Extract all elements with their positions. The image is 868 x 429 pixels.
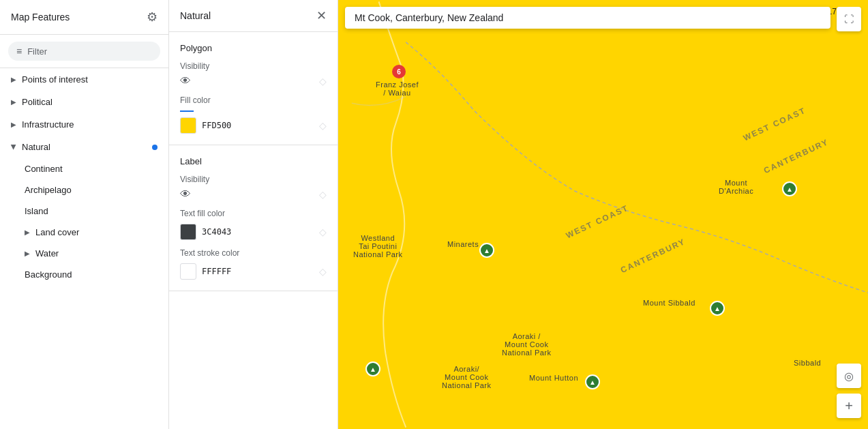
text-stroke-value: FFFFFF xyxy=(202,267,231,276)
fill-color-value: FFD500 xyxy=(202,121,231,130)
sidebar-subitem-label: Archipelago xyxy=(25,185,158,195)
text-stroke-label: Text stroke color xyxy=(180,248,327,258)
chevron-right-icon: ▶ xyxy=(25,250,30,257)
sidebar-item-infrastructure[interactable]: ▶ Infrastructure xyxy=(0,113,168,136)
text-fill-swatch[interactable] xyxy=(180,224,196,240)
close-icon[interactable]: ✕ xyxy=(316,10,327,22)
sidebar-header: Map Features ⚙ xyxy=(0,0,168,35)
label-section: Label Visibility 👁 ◇ Text fill color 3C4… xyxy=(169,145,338,291)
diamond-icon[interactable]: ◇ xyxy=(319,120,327,131)
text-stroke-input[interactable]: FFFFFF xyxy=(180,263,231,280)
sidebar-subitem-label: Background xyxy=(25,269,158,280)
sidebar-item-label: Infrastructure xyxy=(22,119,158,130)
visibility-label: Visibility xyxy=(180,61,327,71)
feature-panel: Natural ✕ Polygon Visibility 👁 ◇ Fill co… xyxy=(169,0,338,429)
chevron-right-icon: ▶ xyxy=(25,228,30,236)
location-button[interactable]: ◎ xyxy=(837,364,861,388)
sidebar-subitem-island[interactable]: Island xyxy=(0,201,168,222)
visibility-row: 👁 ◇ xyxy=(180,188,327,201)
sidebar-subitem-label: Water xyxy=(35,248,158,258)
diamond-icon[interactable]: ◇ xyxy=(319,189,327,200)
eye-icon[interactable]: 👁 xyxy=(180,75,191,87)
map-area: zoom: 11 lat: -43.503 lng: 170.306 Mt Co… xyxy=(338,0,868,429)
sidebar-subitem-continent[interactable]: Continent xyxy=(0,158,168,179)
visibility-label: Visibility xyxy=(180,175,327,184)
polygon-title: Polygon xyxy=(180,43,327,53)
chevron-right-icon: ▶ xyxy=(11,98,16,106)
polygon-section: Polygon Visibility 👁 ◇ Fill color FFD500… xyxy=(169,32,338,145)
chevron-down-icon: ▶ xyxy=(10,145,18,150)
filter-bar: ≡ Filter xyxy=(0,35,168,68)
sidebar-subitem-archipelago[interactable]: Archipelago xyxy=(0,179,168,201)
fill-color-input[interactable]: FFD500 xyxy=(180,117,231,134)
sidebar-item-label: Natural xyxy=(22,142,152,152)
sidebar: Map Features ⚙ ≡ Filter ▶ Points of inte… xyxy=(0,0,169,429)
diamond-icon[interactable]: ◇ xyxy=(319,76,327,87)
eye-icon[interactable]: 👁 xyxy=(180,188,191,201)
mountain-marker-hutton: ▲ xyxy=(585,374,600,389)
sidebar-subitem-land-cover[interactable]: ▶ Land cover xyxy=(0,222,168,243)
zoom-in-button[interactable]: + xyxy=(837,394,861,418)
active-dot xyxy=(152,145,158,150)
sidebar-subitem-label: Island xyxy=(25,206,158,216)
sidebar-title: Map Features xyxy=(11,12,70,23)
chevron-right-icon: ▶ xyxy=(11,76,16,83)
map-svg xyxy=(338,0,868,429)
fill-color-label: Fill color xyxy=(180,95,327,105)
text-fill-input[interactable]: 3C4043 xyxy=(180,224,231,240)
sidebar-subitem-label: Continent xyxy=(25,164,158,174)
mountain-marker-cook-left: ▲ xyxy=(365,361,380,376)
color-divider xyxy=(180,110,194,112)
sidebar-item-label: Political xyxy=(22,97,158,107)
map-search-box[interactable]: Mt Cook, Canterbury, New Zealand xyxy=(345,7,830,29)
text-fill-value: 3C4043 xyxy=(202,227,231,237)
sidebar-item-label: Points of interest xyxy=(22,74,158,85)
mountain-marker-darchiac: ▲ xyxy=(782,181,797,196)
panel-header: Natural ✕ xyxy=(169,0,338,32)
text-stroke-row: FFFFFF ◇ xyxy=(180,263,327,280)
text-fill-label: Text fill color xyxy=(180,209,327,218)
sidebar-subitem-water[interactable]: ▶ Water xyxy=(0,243,168,264)
diamond-icon[interactable]: ◇ xyxy=(319,226,327,237)
filter-placeholder: Filter xyxy=(27,46,47,57)
filter-input[interactable]: ≡ Filter xyxy=(8,42,160,61)
plus-icon: + xyxy=(845,398,853,414)
text-stroke-swatch[interactable] xyxy=(180,263,196,280)
sidebar-item-political[interactable]: ▶ Political xyxy=(0,91,168,113)
sidebar-item-points-of-interest[interactable]: ▶ Points of interest xyxy=(0,68,168,91)
location-icon: ◎ xyxy=(844,370,854,383)
fill-color-row: FFD500 ◇ xyxy=(180,117,327,134)
visibility-row: 👁 ◇ xyxy=(180,75,327,87)
filter-icon: ≡ xyxy=(16,46,22,57)
chevron-right-icon: ▶ xyxy=(11,121,16,128)
mountain-marker-minarets: ▲ xyxy=(479,243,494,258)
fill-color-swatch[interactable] xyxy=(180,117,196,134)
sidebar-item-natural[interactable]: ▶ Natural xyxy=(0,136,168,158)
diamond-icon[interactable]: ◇ xyxy=(319,266,327,277)
fullscreen-icon: ⛶ xyxy=(844,14,854,25)
gear-icon[interactable]: ⚙ xyxy=(147,10,158,25)
label-title: Label xyxy=(180,156,327,166)
panel-title: Natural xyxy=(180,10,211,21)
text-fill-row: 3C4043 ◇ xyxy=(180,224,327,240)
sidebar-subitem-background[interactable]: Background xyxy=(0,264,168,285)
fullscreen-button[interactable]: ⛶ xyxy=(837,7,861,31)
search-value: Mt Cook, Canterbury, New Zealand xyxy=(355,12,503,23)
mountain-marker-sibbald: ▲ xyxy=(710,301,725,316)
sidebar-subitem-label: Land cover xyxy=(35,227,158,237)
